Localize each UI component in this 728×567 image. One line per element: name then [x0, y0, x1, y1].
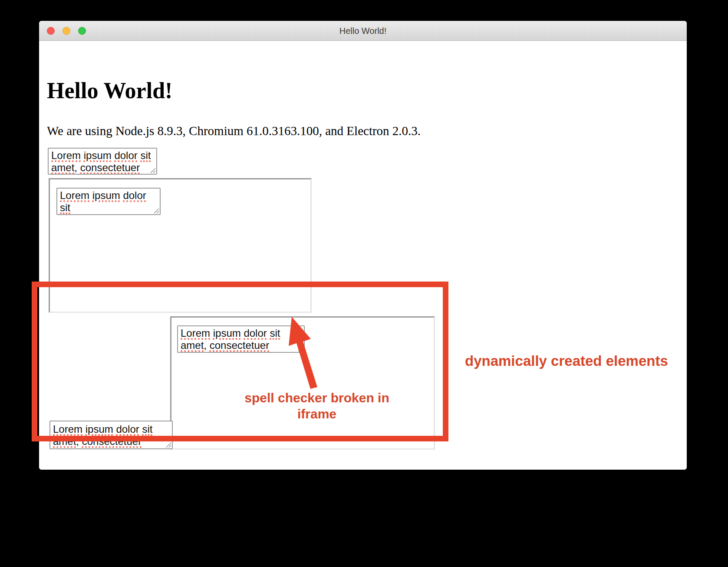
textarea-line: amet, consectetuer: [60, 214, 157, 215]
textarea-in-dynamic-iframe[interactable]: Lorem ipsum dolor sitamet, consectetuer: [177, 325, 305, 353]
textarea-main[interactable]: Lorem ipsum dolor sitamet, consectetuer: [48, 148, 157, 175]
misspelled-word: consectetuer: [80, 162, 140, 173]
misspelled-word: consectetuer: [82, 435, 142, 447]
misspelled-word: sit: [270, 327, 280, 339]
misspelled-word: sit: [60, 202, 70, 213]
annotation-label-dynamic-elements: dynamically created elements: [465, 353, 668, 369]
textarea-line: Lorem ipsum dolor sit: [60, 189, 157, 214]
textarea-line: Lorem ipsum dolor sit: [51, 149, 154, 162]
version-line: We are using Node.js 8.9.3, Chromium 61.…: [47, 124, 421, 138]
screenshot-stage: Hello World! Hello World! We are using N…: [0, 0, 728, 567]
resize-handle-icon[interactable]: [165, 442, 171, 448]
misspelled-word: Lorem: [53, 423, 82, 435]
textarea-line: amet, consectetuer: [181, 339, 301, 351]
misspelled-word: sit: [142, 423, 152, 435]
iframe-dynamic: Lorem ipsum dolor sitamet, consectetuer: [170, 316, 435, 450]
misspelled-word: ipsum: [213, 327, 241, 339]
misspelled-word: Lorem: [60, 189, 89, 201]
annotation-label-spellchecker-line1: spell checker broken in: [230, 390, 404, 406]
misspelled-word: ipsum: [92, 189, 120, 201]
resize-handle-icon[interactable]: [297, 345, 303, 351]
page-heading: Hello World!: [47, 78, 172, 104]
misspelled-word: Lorem: [181, 327, 210, 339]
textarea-in-static-iframe[interactable]: Lorem ipsum dolor sitamet, consectetuer: [56, 188, 161, 215]
misspelled-word: consectetuer: [89, 214, 148, 215]
misspelled-word: dolor: [116, 423, 139, 435]
window-title: Hello World!: [39, 21, 687, 41]
misspelled-word: amet: [60, 214, 83, 215]
annotation-label-spellchecker-line2: iframe: [230, 406, 404, 422]
resize-handle-icon[interactable]: [153, 208, 159, 214]
misspelled-word: amet: [51, 162, 74, 173]
textarea-dynamic[interactable]: Lorem ipsum dolor sitamet, consectetuer: [49, 421, 173, 449]
misspelled-word: dolor: [123, 189, 146, 201]
textarea-line: Lorem ipsum dolor sit: [181, 327, 301, 339]
misspelled-word: dolor: [114, 149, 137, 161]
misspelled-word: dolor: [244, 327, 267, 339]
misspelled-word: ipsum: [86, 423, 113, 435]
annotation-label-spellchecker: spell checker broken in iframe: [230, 390, 404, 422]
window-titlebar[interactable]: Hello World!: [39, 21, 687, 41]
misspelled-word: amet: [181, 339, 204, 351]
misspelled-word: amet: [53, 435, 76, 447]
misspelled-word: Lorem: [51, 149, 81, 161]
misspelled-word: sit: [140, 149, 151, 161]
textarea-line: amet, consectetuer: [51, 162, 154, 174]
textarea-line: Lorem ipsum dolor sit: [53, 423, 169, 435]
misspelled-word: consectetuer: [210, 339, 269, 351]
resize-handle-icon[interactable]: [150, 167, 156, 173]
textarea-line: amet, consectetuer: [53, 435, 169, 448]
misspelled-word: ipsum: [84, 149, 112, 161]
iframe-static: Lorem ipsum dolor sitamet, consectetuer: [49, 178, 312, 313]
